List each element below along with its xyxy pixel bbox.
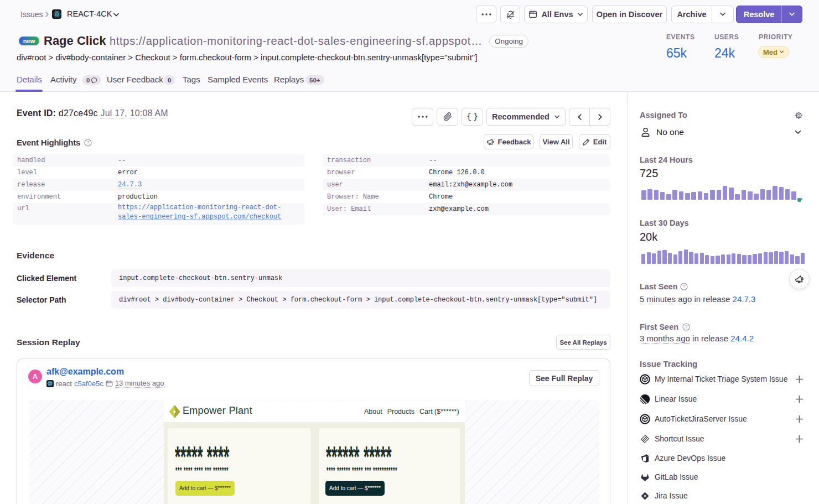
svg-text:?: ?: [685, 324, 688, 330]
svg-text:?: ?: [87, 140, 90, 146]
svg-text:?: ?: [683, 284, 686, 289]
